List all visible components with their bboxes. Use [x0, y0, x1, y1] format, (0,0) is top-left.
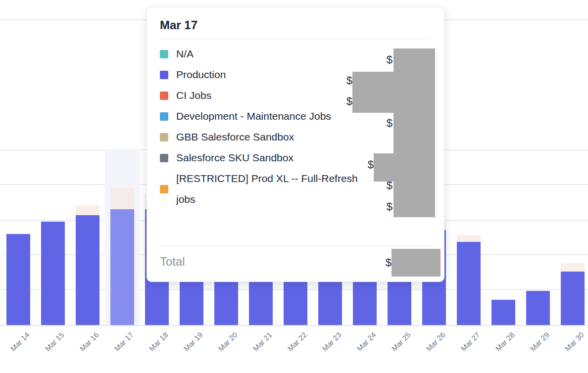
series-color-swatch	[160, 112, 168, 121]
tooltip-divider-top	[160, 39, 431, 39]
x-tick-label: Mar 14	[9, 330, 31, 353]
bar-mar-28[interactable]	[491, 300, 515, 325]
x-tick-label: Mar 19	[182, 330, 204, 353]
bar-mar-27[interactable]	[457, 242, 481, 325]
redacted-value-block	[374, 153, 393, 182]
series-label: N/A	[176, 44, 194, 64]
x-tick-label: Mar 30	[563, 330, 586, 353]
x-tick-label: Mar 25	[390, 330, 412, 353]
series-color-swatch	[160, 50, 168, 58]
bar-segment-cap-mar-30[interactable]	[561, 263, 585, 272]
series-label: CI Jobs	[176, 85, 211, 106]
bar-mar-15[interactable]	[41, 222, 65, 325]
x-tick-label: Mar 28	[494, 330, 516, 353]
bar-mar-17[interactable]	[110, 209, 134, 325]
series-label: Production	[176, 64, 226, 85]
redacted-value-block	[352, 72, 393, 113]
x-tick-label: Mar 17	[113, 330, 135, 353]
redacted-value-block	[392, 249, 441, 277]
x-tick-label: Mar 20	[217, 330, 239, 353]
currency-symbol: $	[346, 74, 352, 87]
bar-mar-16[interactable]	[76, 215, 99, 325]
x-tick-label: Mar 27	[459, 330, 482, 353]
x-tick-label: Mar 18	[147, 330, 170, 353]
redacted-value-block	[393, 48, 435, 217]
tooltip-row: GBB Salesforce Sandbox	[160, 127, 431, 147]
x-tick-label: Mar 26	[425, 330, 447, 353]
currency-symbol: $	[368, 158, 374, 171]
bar-segment-cap-mar-16[interactable]	[76, 205, 99, 215]
x-tick-label: Mar 22	[286, 330, 308, 353]
series-label: Development - Maintenance Jobs	[176, 106, 331, 127]
x-axis-line	[0, 325, 588, 326]
currency-symbol: $	[387, 117, 392, 130]
tooltip-total-label: Total	[160, 255, 185, 269]
series-color-swatch	[160, 185, 168, 193]
currency-symbol: $	[346, 95, 352, 108]
currency-symbol: $	[387, 53, 392, 66]
series-label: [RESTRICTED] Prod XL -- Full-Refresh job…	[176, 168, 359, 210]
bar-mar-29[interactable]	[526, 291, 550, 325]
x-tick-label: Mar 23	[321, 330, 343, 353]
bar-segment-cap-mar-17[interactable]	[110, 188, 134, 209]
bar-mar-14[interactable]	[6, 234, 30, 325]
x-tick-label: Mar 29	[529, 330, 551, 353]
currency-symbol: $	[387, 200, 392, 213]
currency-symbol: $	[386, 256, 392, 269]
series-color-swatch	[160, 71, 168, 79]
series-color-swatch	[160, 92, 168, 100]
bar-mar-30[interactable]	[561, 272, 585, 325]
chart-tooltip: Mar 17 N/AProductionCI JobsDevelopment -…	[147, 7, 444, 282]
series-label: GBB Salesforce Sandbox	[176, 127, 294, 147]
x-tick-label: Mar 24	[355, 330, 378, 353]
tooltip-divider-total	[160, 246, 431, 246]
series-label: Salesforce SKU Sandbox	[176, 147, 294, 168]
series-color-swatch	[160, 133, 168, 141]
x-tick-label: Mar 15	[44, 330, 66, 353]
x-tick-label: Mar 21	[251, 330, 274, 353]
x-tick-label: Mar 16	[78, 330, 100, 353]
tooltip-title: Mar 17	[147, 7, 444, 39]
series-color-swatch	[160, 154, 168, 162]
bar-segment-cap-mar-27[interactable]	[457, 235, 481, 242]
